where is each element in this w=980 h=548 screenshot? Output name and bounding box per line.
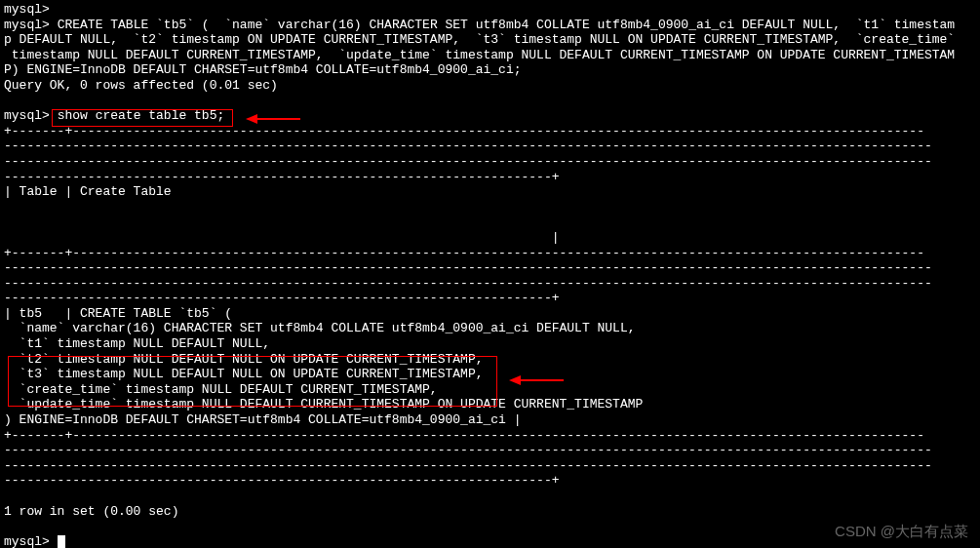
create-stmt: mysql> CREATE TABLE `tb5` ( `name` varch…	[4, 18, 976, 33]
result-row: | tb5 | CREATE TABLE `tb5` (	[4, 306, 976, 322]
table-border: ----------------------------------------…	[4, 291, 976, 306]
table-border: +-------+-------------------------------…	[4, 124, 976, 139]
prompt-line: mysql>	[4, 2, 976, 18]
table-border: ----------------------------------------…	[4, 260, 976, 276]
result-row: `t1` timestamp NULL DEFAULT NULL,	[4, 336, 976, 352]
result-row: `name` varchar(16) CHARACTER SET utf8mb4…	[4, 321, 976, 336]
blank-line	[4, 200, 976, 215]
table-border: ----------------------------------------…	[4, 170, 976, 185]
rows-set: 1 row in set (0.00 sec)	[4, 504, 976, 520]
result-row: `t2` timestamp NULL DEFAULT NULL ON UPDA…	[4, 352, 976, 368]
table-border: +-------+-------------------------------…	[4, 428, 976, 444]
table-border: ----------------------------------------…	[4, 154, 976, 170]
arrow-icon	[244, 109, 302, 129]
table-border: ----------------------------------------…	[4, 138, 976, 154]
create-stmt-cont: timestamp NULL DEFAULT CURRENT_TIMESTAMP…	[4, 48, 976, 63]
table-header-end: |	[4, 230, 976, 246]
cursor-icon	[58, 535, 65, 548]
create-stmt-cont: p DEFAULT NULL, `t2` timestamp ON UPDATE…	[4, 32, 976, 48]
show-cmd-line[interactable]: mysql> show create table tb5;	[4, 108, 976, 124]
blank-line	[4, 489, 976, 504]
blank-line	[4, 94, 976, 109]
table-border: ----------------------------------------…	[4, 276, 976, 292]
blank-line	[4, 215, 976, 230]
arrow-icon	[507, 371, 566, 390]
result-row: `t3` timestamp NULL DEFAULT NULL ON UPDA…	[4, 367, 976, 382]
prompt-cursor[interactable]: mysql>	[4, 534, 976, 548]
blank-line	[4, 519, 976, 534]
result-row: `update_time` timestamp NULL DEFAULT CUR…	[4, 397, 976, 412]
svg-marker-1	[246, 114, 257, 124]
result-row: ) ENGINE=InnoDB DEFAULT CHARSET=utf8mb4 …	[4, 412, 976, 428]
watermark: CSDN @大白有点菜	[835, 523, 968, 540]
table-border: ----------------------------------------…	[4, 473, 976, 489]
table-header: | Table | Create Table	[4, 184, 976, 200]
table-border: ----------------------------------------…	[4, 443, 976, 458]
query-ok: Query OK, 0 rows affected (0.01 sec)	[4, 78, 976, 94]
create-stmt-cont: P) ENGINE=InnoDB DEFAULT CHARSET=utf8mb4…	[4, 62, 976, 78]
result-row: `create_time` timestamp NULL DEFAULT CUR…	[4, 382, 976, 398]
table-border: +-------+-------------------------------…	[4, 246, 976, 261]
table-border: ----------------------------------------…	[4, 458, 976, 474]
svg-marker-3	[509, 375, 521, 385]
